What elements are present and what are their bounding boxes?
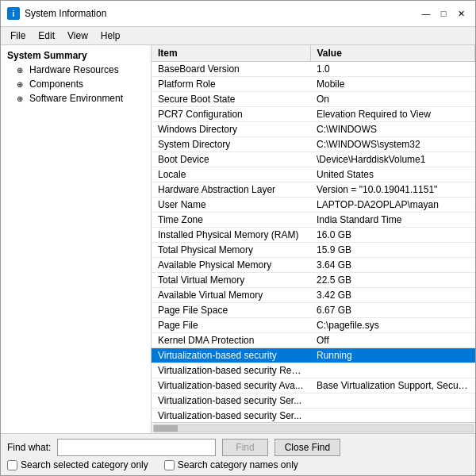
- cell-item-0: BaseBoard Version: [152, 62, 310, 77]
- cell-value-17: C:\pagefile.sys: [310, 318, 475, 333]
- table-container[interactable]: Item Value BaseBoard Version1.0Platform …: [152, 45, 475, 422]
- table-row[interactable]: PCR7 ConfigurationElevation Required to …: [152, 107, 475, 122]
- menu-item-file[interactable]: File: [4, 29, 32, 43]
- table-row[interactable]: Virtualization-based security Req...: [152, 363, 475, 378]
- table-row[interactable]: Virtualization-based security Ser...: [152, 409, 475, 423]
- table-row[interactable]: Time ZoneIndia Standard Time: [152, 213, 475, 228]
- menu-item-view[interactable]: View: [61, 29, 94, 43]
- table-row[interactable]: BaseBoard Version1.0: [152, 62, 475, 77]
- cell-value-6: \Device\HarddiskVolume1: [310, 152, 475, 167]
- cell-item-20: Virtualization-based security Req...: [152, 363, 310, 378]
- cell-value-8: Version = "10.0.19041.1151": [310, 182, 475, 198]
- table-row[interactable]: LocaleUnited States: [152, 167, 475, 182]
- scroll-thumb[interactable]: [154, 425, 178, 432]
- minimize-button[interactable]: —: [418, 6, 434, 21]
- cell-item-11: Installed Physical Memory (RAM): [152, 228, 310, 243]
- table-row[interactable]: System DirectoryC:\WINDOWS\system32: [152, 137, 475, 152]
- table-row[interactable]: Installed Physical Memory (RAM)16.0 GB: [152, 228, 475, 243]
- find-input[interactable]: [57, 439, 216, 456]
- cell-item-2: Secure Boot State: [152, 92, 310, 107]
- table-row[interactable]: Page File Space6.67 GB: [152, 303, 475, 318]
- search-selected-checkbox[interactable]: [7, 460, 17, 470]
- find-row: Find what: Find Close Find: [7, 439, 469, 456]
- title-bar-left: i System Information: [7, 7, 106, 20]
- sidebar-label-hardware-resources: Hardware Resources: [29, 64, 119, 75]
- cell-value-5: C:\WINDOWS\system32: [310, 137, 475, 152]
- table-row[interactable]: Kernel DMA ProtectionOff: [152, 333, 475, 348]
- cell-value-14: 22.5 GB: [310, 273, 475, 288]
- system-information-window: i System Information — □ ✕ FileEditViewH…: [0, 0, 476, 476]
- table-row[interactable]: Virtualization-based securityRunning: [152, 348, 475, 363]
- cell-value-10: India Standard Time: [310, 213, 475, 228]
- sidebar-label-system-summary: System Summary: [7, 50, 87, 61]
- sidebar-item-components[interactable]: ⊕Components: [1, 77, 151, 91]
- close-find-button[interactable]: Close Find: [274, 439, 340, 456]
- cell-item-6: Boot Device: [152, 152, 310, 167]
- expand-icon-components[interactable]: ⊕: [17, 80, 26, 89]
- sidebar: System Summary⊕Hardware Resources⊕Compon…: [1, 45, 152, 433]
- table-row[interactable]: Total Physical Memory15.9 GB: [152, 243, 475, 258]
- cell-value-21: Base Virtualization Support, Secure Bo..…: [310, 378, 475, 393]
- svg-text:i: i: [13, 10, 15, 18]
- search-category-names-label[interactable]: Search category names only: [164, 459, 298, 470]
- table-row[interactable]: Windows DirectoryC:\WINDOWS: [152, 122, 475, 137]
- cell-item-5: System Directory: [152, 137, 310, 152]
- cell-value-20: [310, 363, 475, 378]
- cell-value-11: 16.0 GB: [310, 228, 475, 243]
- cell-item-18: Kernel DMA Protection: [152, 333, 310, 348]
- search-selected-label[interactable]: Search selected category only: [7, 459, 148, 470]
- cell-value-9: LAPTOP-DA2OPLAP\mayan: [310, 198, 475, 213]
- expand-icon-software-environment[interactable]: ⊕: [17, 94, 26, 103]
- cell-item-4: Windows Directory: [152, 122, 310, 137]
- cell-value-4: C:\WINDOWS: [310, 122, 475, 137]
- horizontal-scrollbar[interactable]: [152, 422, 475, 433]
- cell-value-13: 3.64 GB: [310, 258, 475, 273]
- table-row[interactable]: Virtualization-based security Ava...Base…: [152, 378, 475, 393]
- table-row[interactable]: Available Virtual Memory3.42 GB: [152, 288, 475, 303]
- cell-item-23: Virtualization-based security Ser...: [152, 409, 310, 423]
- cell-item-15: Available Virtual Memory: [152, 288, 310, 303]
- cell-item-16: Page File Space: [152, 303, 310, 318]
- find-button[interactable]: Find: [222, 439, 267, 456]
- cell-value-12: 15.9 GB: [310, 243, 475, 258]
- cell-item-12: Total Physical Memory: [152, 243, 310, 258]
- table-row[interactable]: Boot Device\Device\HarddiskVolume1: [152, 152, 475, 167]
- window-title: System Information: [25, 8, 106, 19]
- cell-item-21: Virtualization-based security Ava...: [152, 378, 310, 393]
- cell-item-8: Hardware Abstraction Layer: [152, 182, 310, 198]
- sidebar-item-system-summary[interactable]: System Summary: [1, 48, 151, 63]
- cell-item-7: Locale: [152, 167, 310, 182]
- info-table: Item Value BaseBoard Version1.0Platform …: [152, 45, 475, 422]
- table-row[interactable]: Page FileC:\pagefile.sys: [152, 318, 475, 333]
- maximize-button[interactable]: □: [436, 6, 451, 21]
- table-row[interactable]: Total Virtual Memory22.5 GB: [152, 273, 475, 288]
- cell-value-1: Mobile: [310, 77, 475, 92]
- cell-value-7: United States: [310, 167, 475, 182]
- cell-value-18: Off: [310, 333, 475, 348]
- cell-value-22: [310, 393, 475, 409]
- expand-icon-hardware-resources[interactable]: ⊕: [17, 66, 26, 75]
- content-area: System Summary⊕Hardware Resources⊕Compon…: [1, 45, 475, 433]
- cell-value-15: 3.42 GB: [310, 288, 475, 303]
- cell-value-2: On: [310, 92, 475, 107]
- menu-bar: FileEditViewHelp: [1, 27, 475, 45]
- menu-item-edit[interactable]: Edit: [32, 29, 61, 43]
- sidebar-item-hardware-resources[interactable]: ⊕Hardware Resources: [1, 63, 151, 77]
- cell-item-10: Time Zone: [152, 213, 310, 228]
- close-button[interactable]: ✕: [453, 6, 469, 21]
- table-row[interactable]: Platform RoleMobile: [152, 77, 475, 92]
- menu-item-help[interactable]: Help: [94, 29, 127, 43]
- sidebar-label-components: Components: [29, 79, 83, 90]
- cell-item-9: User Name: [152, 198, 310, 213]
- scroll-track[interactable]: [153, 424, 474, 432]
- cell-item-13: Available Physical Memory: [152, 258, 310, 273]
- table-row[interactable]: User NameLAPTOP-DA2OPLAP\mayan: [152, 198, 475, 213]
- table-row[interactable]: Virtualization-based security Ser...: [152, 393, 475, 409]
- table-row[interactable]: Available Physical Memory3.64 GB: [152, 258, 475, 273]
- sidebar-item-software-environment[interactable]: ⊕Software Environment: [1, 91, 151, 106]
- table-row[interactable]: Secure Boot StateOn: [152, 92, 475, 107]
- cell-value-23: [310, 409, 475, 423]
- checkbox-row: Search selected category only Search cat…: [7, 459, 469, 470]
- search-category-names-checkbox[interactable]: [164, 460, 175, 470]
- table-row[interactable]: Hardware Abstraction LayerVersion = "10.…: [152, 182, 475, 198]
